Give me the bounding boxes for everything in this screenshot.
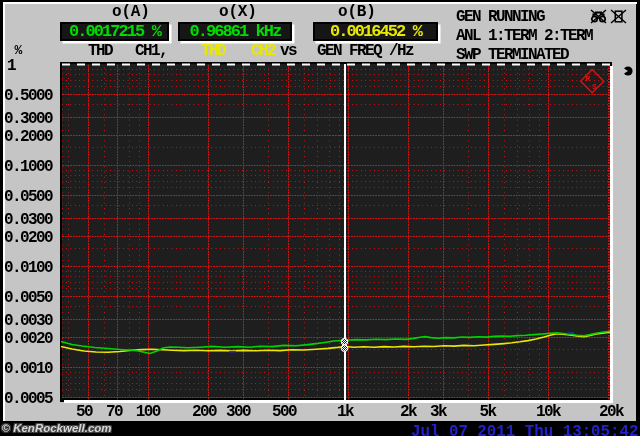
svg-text:S: S (592, 82, 597, 91)
svg-text:R: R (586, 74, 591, 83)
